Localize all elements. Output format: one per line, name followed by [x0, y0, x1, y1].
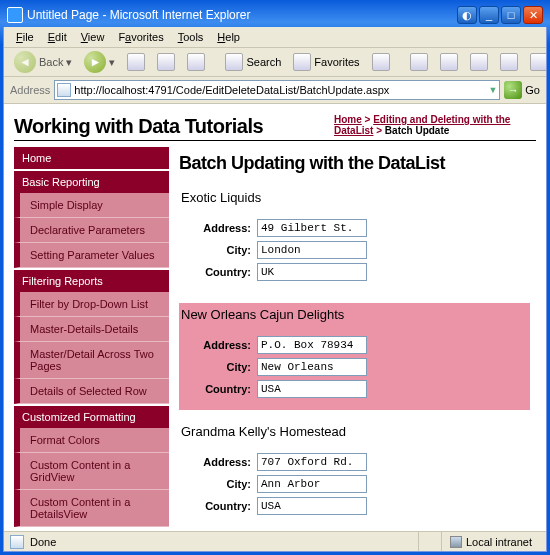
city-input[interactable] — [257, 475, 367, 493]
field-label-address: Address: — [183, 222, 251, 234]
history-button[interactable] — [368, 51, 394, 73]
refresh-button[interactable] — [153, 51, 179, 73]
status-text: Done — [30, 536, 56, 548]
toolbar: ◄Back ▾ ► ▾ Search Favorites — [4, 47, 546, 77]
page-heading: Batch Updating with the DataList — [179, 153, 530, 174]
status-page-icon — [10, 535, 24, 549]
menu-view[interactable]: View — [75, 29, 111, 45]
favorites-button[interactable]: Favorites — [289, 51, 363, 73]
menu-favorites[interactable]: Favorites — [112, 29, 169, 45]
sidebar-item[interactable]: Simple Display — [14, 193, 169, 218]
theme-button[interactable]: ◐ — [457, 6, 477, 24]
address-input[interactable] — [74, 84, 488, 96]
field-label-city: City: — [183, 244, 251, 256]
sidebar-item[interactable]: Setting Parameter Values — [14, 243, 169, 268]
mail-button[interactable] — [406, 51, 432, 73]
divider — [14, 140, 536, 141]
content-area: Batch Updating with the DataList Exotic … — [179, 147, 536, 531]
address-input[interactable] — [257, 219, 367, 237]
statusbar: Done Local intranet — [4, 531, 546, 551]
sidebar-item[interactable]: Format Colors — [14, 428, 169, 453]
window-buttons: ◐ _ □ ✕ — [457, 6, 543, 24]
address-input[interactable] — [257, 453, 367, 471]
sidebar-item[interactable]: Master/Detail Across Two Pages — [14, 342, 169, 379]
field-label-address: Address: — [183, 456, 251, 468]
ie-icon — [7, 7, 23, 23]
field-label-country: Country: — [183, 500, 251, 512]
menu-edit[interactable]: Edit — [42, 29, 73, 45]
app-window: Untitled Page - Microsoft Internet Explo… — [0, 0, 550, 555]
page-viewport: Home > Editing and Deleting with the Dat… — [4, 104, 546, 531]
menu-help[interactable]: Help — [211, 29, 246, 45]
close-button[interactable]: ✕ — [523, 6, 543, 24]
menubar: File Edit View Favorites Tools Help — [4, 27, 546, 47]
sidebar-item[interactable]: Custom Content in a DetailsView — [14, 490, 169, 527]
forward-button[interactable]: ► ▾ — [80, 49, 119, 75]
address-input[interactable] — [257, 336, 367, 354]
status-zone: Local intranet — [441, 532, 540, 551]
breadcrumb: Home > Editing and Deleting with the Dat… — [334, 114, 534, 136]
menu-file[interactable]: File — [10, 29, 40, 45]
home-button[interactable] — [183, 51, 209, 73]
sidebar-section-header[interactable]: Customized Formatting — [14, 406, 169, 428]
country-input[interactable] — [257, 263, 367, 281]
city-input[interactable] — [257, 241, 367, 259]
zone-icon — [450, 536, 462, 548]
sidebar-item[interactable]: Master-Details-Details — [14, 317, 169, 342]
sidebar: Home Basic ReportingSimple DisplayDeclar… — [14, 147, 169, 531]
discuss-button[interactable] — [496, 51, 522, 73]
research-button[interactable] — [526, 51, 547, 73]
sidebar-section-header[interactable]: Basic Reporting — [14, 171, 169, 193]
back-button[interactable]: ◄Back ▾ — [10, 49, 76, 75]
supplier-name: New Orleans Cajun Delights — [179, 303, 530, 326]
country-input[interactable] — [257, 497, 367, 515]
field-label-country: Country: — [183, 383, 251, 395]
supplier-block: Exotic LiquidsAddress:City:Country: — [179, 186, 530, 293]
breadcrumb-home[interactable]: Home — [334, 114, 362, 125]
field-label-country: Country: — [183, 266, 251, 278]
stop-button[interactable] — [123, 51, 149, 73]
supplier-block: Grandma Kelly's HomesteadAddress:City:Co… — [179, 420, 530, 527]
go-button[interactable]: →Go — [504, 81, 540, 99]
supplier-name: Exotic Liquids — [179, 186, 530, 209]
address-dropdown-icon[interactable]: ▼ — [488, 85, 497, 95]
address-field[interactable]: ▼ — [54, 80, 500, 100]
menu-tools[interactable]: Tools — [172, 29, 210, 45]
page-icon — [57, 83, 71, 97]
window-title: Untitled Page - Microsoft Internet Explo… — [27, 8, 457, 22]
print-button[interactable] — [436, 51, 462, 73]
field-label-city: City: — [183, 478, 251, 490]
edit-button[interactable] — [466, 51, 492, 73]
sidebar-item[interactable]: Filter by Drop-Down List — [14, 292, 169, 317]
browser-chrome: File Edit View Favorites Tools Help ◄Bac… — [3, 27, 547, 552]
city-input[interactable] — [257, 358, 367, 376]
sidebar-item[interactable]: Custom Content in a GridView — [14, 453, 169, 490]
supplier-name: Grandma Kelly's Homestead — [179, 420, 530, 443]
sidebar-section-header[interactable]: Filtering Reports — [14, 270, 169, 292]
sidebar-item[interactable]: Details of Selected Row — [14, 379, 169, 404]
address-bar: Address ▼ →Go — [4, 77, 546, 104]
field-label-address: Address: — [183, 339, 251, 351]
titlebar: Untitled Page - Microsoft Internet Explo… — [3, 3, 547, 27]
sidebar-home[interactable]: Home — [14, 147, 169, 169]
breadcrumb-current: Batch Update — [385, 125, 449, 136]
field-label-city: City: — [183, 361, 251, 373]
search-button[interactable]: Search — [221, 51, 285, 73]
maximize-button[interactable]: □ — [501, 6, 521, 24]
address-label: Address — [10, 84, 50, 96]
supplier-block: New Orleans Cajun DelightsAddress:City:C… — [179, 303, 530, 410]
country-input[interactable] — [257, 380, 367, 398]
sidebar-item[interactable]: Declarative Parameters — [14, 218, 169, 243]
minimize-button[interactable]: _ — [479, 6, 499, 24]
status-cell — [418, 532, 435, 551]
